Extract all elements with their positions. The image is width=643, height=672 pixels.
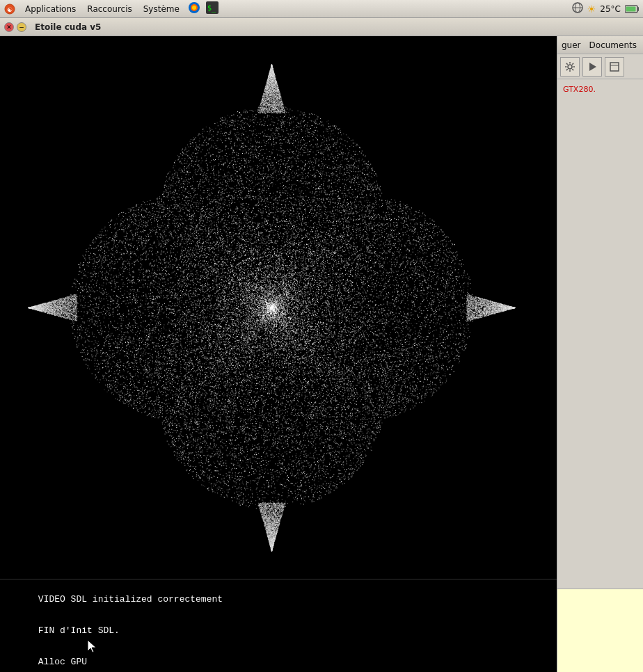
close-button[interactable]: ✕ — [4, 22, 14, 32]
svg-point-15 — [568, 65, 572, 69]
terminal-icon[interactable]: $_ — [206, 1, 219, 16]
battery-icon — [625, 4, 640, 14]
terminal-output: VIDEO SDL initialized correctement FIN d… — [0, 579, 557, 672]
shortcuts-menu[interactable]: Raccourcis — [81, 3, 137, 15]
svg-line-21 — [572, 69, 573, 70]
menu-bar: ☯ Applications Raccourcis Système $_ ☀ 2… — [0, 0, 643, 18]
minimize-button[interactable]: − — [17, 22, 26, 32]
right-panel: guer Documents — [557, 36, 643, 672]
svg-rect-11 — [637, 7, 639, 11]
settings-button[interactable] — [560, 57, 580, 77]
play-button[interactable] — [582, 57, 602, 77]
temperature-display: 25°C — [600, 4, 621, 14]
svg-line-20 — [566, 63, 568, 64]
os-logo-icon: ☯ — [3, 2, 17, 16]
main-layout: VIDEO SDL initialized correctement FIN d… — [0, 36, 643, 672]
right-menu-bar: guer Documents — [557, 36, 643, 54]
right-toolbar — [557, 54, 643, 79]
brightness-icon: ☀ — [587, 3, 596, 15]
terminal-line-1: VIDEO SDL initialized correctement — [38, 594, 223, 605]
documents-menu-item[interactable]: Documents — [585, 39, 641, 51]
svg-line-22 — [572, 63, 573, 64]
notes-area — [557, 589, 643, 672]
svg-marker-24 — [589, 63, 596, 71]
extra-button[interactable] — [605, 57, 624, 77]
debug-menu-item[interactable]: guer — [557, 39, 585, 51]
system-tray: ☀ 25°C — [572, 2, 640, 15]
svg-text:☯: ☯ — [7, 6, 13, 13]
terminal-line-3: Alloc GPU — [38, 657, 87, 667]
applications-menu[interactable]: Applications — [19, 3, 81, 15]
simulation-canvas[interactable] — [0, 36, 557, 579]
svg-rect-25 — [610, 63, 619, 71]
terminal-line-2: FIN d'Init SDL. — [38, 625, 120, 636]
gpu-label: GTX280. — [563, 85, 596, 94]
network-icon — [572, 2, 583, 15]
system-menu[interactable]: Système — [138, 3, 185, 15]
svg-line-23 — [566, 69, 568, 70]
cuda-window: VIDEO SDL initialized correctement FIN d… — [0, 36, 557, 672]
svg-text:$_: $_ — [207, 4, 216, 13]
window-title: Etoile cuda v5 — [35, 22, 101, 32]
svg-rect-12 — [626, 6, 636, 11]
app-titlebar: ✕ − Etoile cuda v5 — [0, 18, 643, 36]
svg-point-4 — [192, 6, 196, 10]
particle-canvas — [0, 36, 557, 579]
firefox-icon[interactable] — [188, 1, 200, 16]
gpu-info: GTX280. — [557, 79, 643, 589]
